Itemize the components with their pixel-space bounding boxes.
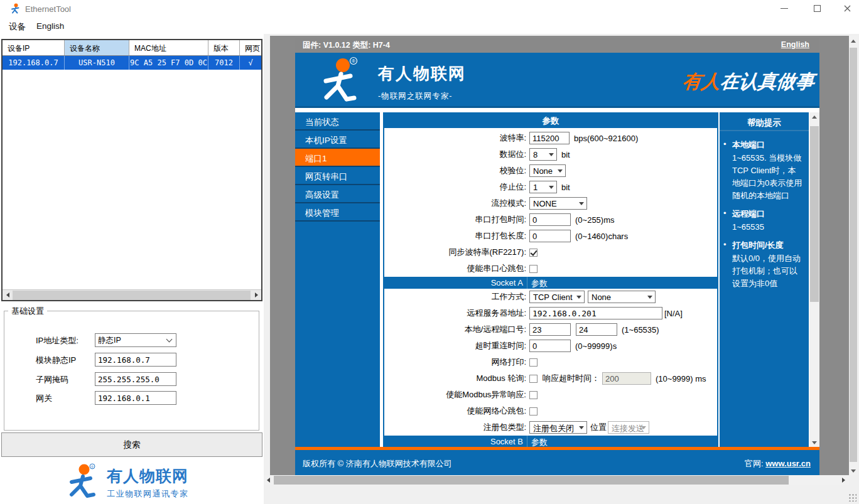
net-heartbeat-checkbox[interactable] bbox=[529, 407, 538, 416]
page-banner: ® 有人物联网 -物联网之联网专家- 有人在认真做事 bbox=[295, 53, 819, 108]
scrollbar-thumb[interactable] bbox=[850, 48, 857, 462]
col-version[interactable]: 版本 bbox=[208, 40, 240, 55]
page-footer: 版权所有 © 济南有人物联网技术有限公司 官网: www.usr.cn bbox=[295, 450, 819, 475]
table-horizontal-scrollbar[interactable] bbox=[3, 289, 261, 300]
local-port-input[interactable]: 23 bbox=[529, 323, 571, 336]
english-link[interactable]: English bbox=[781, 40, 809, 49]
server-input[interactable]: 192.168.0.201 bbox=[529, 307, 662, 319]
reconnect-suffix: (0~99999)s bbox=[575, 341, 617, 351]
reconnect-input[interactable]: 0 bbox=[529, 340, 571, 352]
stopbits-select[interactable]: 1 bbox=[529, 181, 557, 193]
minimize-button[interactable] bbox=[774, 0, 795, 16]
scroll-left-icon[interactable] bbox=[264, 475, 273, 485]
cell-device-name: USR-N510 bbox=[65, 56, 129, 70]
page-vertical-scrollbar[interactable] bbox=[809, 112, 819, 447]
modbus-label: Modbus 轮询: bbox=[384, 373, 526, 384]
rf2217-checkbox[interactable] bbox=[529, 249, 538, 257]
nav-web-to-serial[interactable]: 网页转串口 bbox=[295, 167, 380, 185]
nav-port1[interactable]: 端口1 bbox=[295, 149, 380, 167]
help-item-pack: • 打包时间/长度 默认0/0，使用自动打包机制；也可以设置为非0值 bbox=[723, 239, 804, 290]
scroll-down-icon[interactable] bbox=[809, 438, 819, 447]
ports-suffix: (1~65535) bbox=[622, 325, 659, 335]
col-mac[interactable]: MAC地址 bbox=[129, 40, 208, 55]
modbus-timeout-label: 响应超时时间： bbox=[543, 373, 600, 384]
nav-advanced[interactable]: 高级设置 bbox=[295, 185, 380, 203]
modbus-exc-checkbox[interactable] bbox=[529, 391, 538, 399]
menu-english[interactable]: English bbox=[33, 20, 68, 32]
rf2217-label: 同步波特率(RF2217): bbox=[384, 247, 526, 258]
subnet-mask-input[interactable]: 255.255.255.0 bbox=[95, 372, 176, 386]
scrollbar-thumb[interactable] bbox=[274, 476, 789, 485]
bullet-icon: • bbox=[723, 139, 732, 202]
baud-input[interactable]: 115200 bbox=[529, 132, 570, 144]
packlen-input[interactable]: 0 bbox=[529, 230, 571, 242]
netprint-checkbox[interactable] bbox=[529, 358, 538, 367]
col-web[interactable]: 网页 bbox=[240, 40, 261, 55]
outer-horizontal-scrollbar[interactable] bbox=[264, 475, 849, 485]
static-ip-input[interactable]: 192.168.0.7 bbox=[95, 353, 176, 367]
server-label: 远程服务器地址: bbox=[384, 308, 526, 319]
help-item-remote-port: • 远程端口 1~65535 bbox=[723, 208, 804, 233]
remote-port-input[interactable]: 24 bbox=[576, 323, 617, 336]
workmode-sub-select[interactable]: None bbox=[588, 291, 656, 303]
databits-label: 数据位: bbox=[384, 149, 526, 160]
maximize-button[interactable] bbox=[806, 0, 828, 16]
site-link[interactable]: www.usr.cn bbox=[765, 459, 811, 468]
baud-row: 波特率: 115200 bps(600~921600) bbox=[384, 130, 717, 146]
nav-local-ip[interactable]: 本机IP设置 bbox=[295, 131, 380, 149]
flow-select[interactable]: NONE bbox=[529, 197, 587, 210]
resize-grip[interactable] bbox=[848, 493, 856, 501]
gateway-input[interactable]: 192.168.0.1 bbox=[95, 391, 176, 405]
nav-current-status[interactable]: 当前状态 bbox=[295, 112, 380, 131]
table-row[interactable]: 192.168.0.7 USR-N510 9C A5 25 F7 0D 0C 7… bbox=[3, 56, 261, 70]
cell-mac: 9C A5 25 F7 0D 0C bbox=[129, 56, 208, 70]
reconnect-row: 超时重连时间: 0 (0~99999)s bbox=[384, 338, 717, 354]
scrollbar-thumb[interactable] bbox=[13, 291, 251, 300]
scroll-right-icon[interactable] bbox=[251, 290, 261, 300]
scrollbar-thumb[interactable] bbox=[810, 126, 819, 302]
packtime-suffix: (0~255)ms bbox=[575, 215, 615, 225]
banner-person-icon: ® bbox=[318, 56, 370, 107]
nav-module-mgmt[interactable]: 模块管理 bbox=[295, 203, 380, 222]
menu-device[interactable]: 设备 bbox=[5, 20, 30, 34]
help-title: 帮助提示 bbox=[720, 112, 809, 131]
packtime-input[interactable]: 0 bbox=[529, 213, 571, 226]
workmode-select[interactable]: TCP Client bbox=[529, 291, 585, 303]
ip-type-select[interactable]: 静态IP bbox=[95, 333, 176, 347]
stopbits-row: 停止位: 1 bit bbox=[384, 179, 717, 195]
modbus-timeout-input[interactable]: 200 bbox=[602, 372, 651, 385]
close-button[interactable] bbox=[836, 0, 858, 16]
serial-heartbeat-checkbox[interactable] bbox=[529, 265, 538, 273]
col-device-name[interactable]: 设备名称 bbox=[65, 40, 129, 55]
stopbits-label: 停止位: bbox=[384, 181, 526, 193]
serial-heartbeat-label: 使能串口心跳包: bbox=[384, 263, 526, 274]
parity-select[interactable]: None bbox=[529, 164, 566, 177]
netprint-row: 网络打印: bbox=[384, 354, 717, 370]
socket-a-params-label: 参数 bbox=[527, 277, 548, 289]
logo-tagline: 工业物联网通讯专家 bbox=[107, 488, 189, 500]
slogan-rest: 在认真做事 bbox=[719, 71, 815, 92]
scroll-up-icon[interactable] bbox=[849, 36, 858, 45]
regpkt-label: 注册包类型: bbox=[384, 422, 526, 433]
regpkt-pos-select[interactable]: 连接发送 bbox=[608, 421, 649, 434]
outer-vertical-scrollbar[interactable] bbox=[849, 36, 858, 475]
scroll-right-icon[interactable] bbox=[839, 475, 848, 485]
server-row: 远程服务器地址: 192.168.0.201 [N/A] bbox=[384, 305, 717, 321]
col-device-ip[interactable]: 设备IP bbox=[3, 40, 65, 55]
left-panel: 设备IP 设备名称 MAC地址 版本 网页 192.168.0.7 USR-N5… bbox=[0, 34, 264, 504]
net-heartbeat-label: 使能网络心跳包: bbox=[384, 405, 526, 417]
packlen-label: 串口打包长度: bbox=[384, 230, 526, 242]
scroll-down-icon[interactable] bbox=[849, 466, 858, 475]
regpkt-select[interactable]: 注册包关闭 bbox=[529, 421, 587, 434]
net-heartbeat-row: 使能网络心跳包: bbox=[384, 403, 717, 419]
svg-text:®: ® bbox=[91, 465, 94, 469]
search-button[interactable]: 搜索 bbox=[1, 432, 262, 457]
static-ip-label: 模块静态IP bbox=[36, 355, 76, 366]
help-item-title: 打包时间/长度 bbox=[732, 240, 784, 250]
databits-select[interactable]: 8 bbox=[529, 148, 557, 161]
modbus-checkbox[interactable] bbox=[529, 375, 538, 383]
bullet-icon: • bbox=[723, 239, 732, 290]
scroll-left-icon[interactable] bbox=[3, 290, 13, 300]
reconnect-label: 超时重连时间: bbox=[384, 340, 526, 351]
scroll-up-icon[interactable] bbox=[809, 112, 819, 121]
